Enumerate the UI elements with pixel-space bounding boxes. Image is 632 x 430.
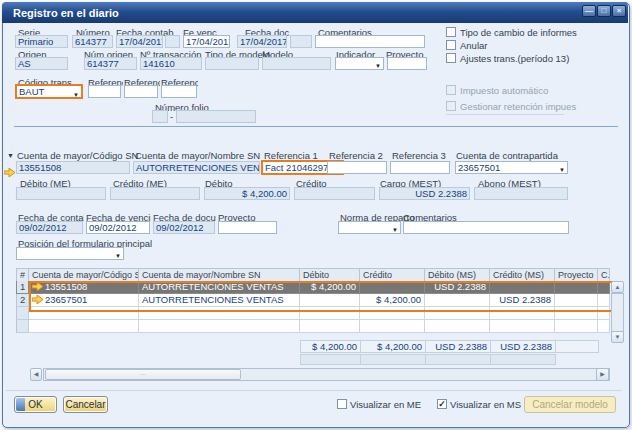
detail-referencia3-label: Referencia 3 [392,150,446,161]
scrollbar-thumb[interactable]: ··· [45,369,241,380]
dates-comentarios-field[interactable] [403,221,569,234]
numero-folio-prefix-field [152,110,168,123]
detail-contrapartida-label: Cuenta de contrapartida [456,150,558,161]
col-credito-ms[interactable]: Crédito (MS) [490,268,555,281]
trans-referencia1-field[interactable] [88,85,121,98]
default-button-indicator [16,398,25,411]
modelo-field [262,57,331,70]
abono-mest-field [474,187,568,200]
retencion-underline [446,114,564,115]
comentarios-field[interactable] [315,35,425,48]
close-icon[interactable]: × [612,5,626,17]
table-row-empty[interactable] [16,307,610,320]
norma-reparto-dropdown[interactable]: ▼ [338,221,401,234]
fecha-contabilizacion-field: 09/02/2012 [16,221,83,234]
proyecto-field[interactable] [387,57,427,70]
detail-cuenta-codigo-label: Cuenta de mayor/Código SN [17,150,138,161]
anular-label: Anular [460,40,487,51]
detail-referencia3-field[interactable] [390,161,450,174]
maximize-icon[interactable]: □ [597,5,611,17]
dropdown-arrow-icon[interactable]: ▼ [559,165,565,174]
scroll-left-icon[interactable]: ◀ [30,368,42,381]
total-debito-ms: USD 2.2388 [425,340,491,353]
section-divider [14,126,618,127]
dropdown-arrow-icon[interactable]: ▼ [375,61,381,70]
visualizar-me-checkbox[interactable] [337,399,347,409]
dropdown-arrow-icon[interactable]: ▼ [392,225,398,234]
dates-proyecto-field[interactable] [218,221,277,234]
subtotal-cell [300,354,361,365]
retencion-label: Gestionar retención impues [460,101,576,112]
link-arrow-icon[interactable] [32,295,43,307]
credito-field [294,187,375,200]
cargo-mest-field: USD 2.2388 [379,187,470,200]
tipo-cambio-checkbox[interactable] [446,27,456,37]
ok-button[interactable]: OK [14,396,57,413]
cancelar-modelo-button[interactable]: Cancelar modelo [524,396,616,413]
fecha-contab-period-field [165,35,180,48]
table-row-empty[interactable] [16,320,610,333]
detail-contrapartida-dropdown[interactable]: 23657501 ▼ [455,161,568,174]
origen-field: AS [15,57,68,70]
table-row[interactable]: 1 13551508 AUTORRETENCIONES VENTAS $ 4,2… [16,281,610,294]
subtotal-cell [360,354,426,365]
debito-field: $ 4,200.00 [204,187,290,200]
impuesto-automatico-checkbox [446,85,456,95]
visualizar-ms-label: Visualizar en MS [450,399,521,410]
fecha-vencimiento-field[interactable]: 09/02/2012 [86,221,150,234]
numero-field: 614377 [72,35,113,48]
col-proyecto[interactable]: Proyecto [555,268,598,281]
num-origen-field: 614377 [84,57,137,70]
link-arrow-icon[interactable] [4,163,15,181]
subtotal-cell [425,354,491,365]
col-credito[interactable]: Crédito [360,268,425,281]
journal-lines-table: # Cuenta de mayor/Código SN Cuenta de ma… [16,268,610,333]
ajustes-checkbox[interactable] [446,53,456,63]
cancel-button[interactable]: Cancelar [63,396,108,413]
col-c[interactable]: C... [598,268,610,281]
total-debito: $ 4,200.00 [300,340,361,353]
retencion-checkbox [446,101,456,111]
fecha-doc-period-field [290,35,312,48]
indicador-dropdown[interactable]: ▼ [335,57,384,70]
subtotal-cell [490,354,556,365]
codigo-trans-dropdown[interactable]: BAUT ▼ [15,84,83,99]
scroll-up-icon[interactable]: ▲ [611,281,624,293]
dropdown-arrow-icon[interactable]: ▼ [73,90,79,99]
total-proyecto-cell [555,340,599,353]
numero-folio-field [176,110,256,123]
fe-venc-field[interactable]: 17/04/2017 [183,35,230,48]
col-num[interactable]: # [16,268,29,281]
anular-checkbox[interactable] [446,40,456,50]
col-codigo[interactable]: Cuenta de mayor/Código SN [29,268,139,281]
col-nombre[interactable]: Cuenta de mayor/Nombre SN [139,268,300,281]
dropdown-arrow-icon[interactable]: ▼ [115,251,121,260]
trans-referencia2-field[interactable] [124,85,158,98]
scroll-right-icon[interactable]: ▶ [596,368,609,381]
posicion-dropdown[interactable]: ▼ [16,247,124,260]
detail-cuenta-nombre-label: Cuenta de mayor/Nombre SN [135,150,260,161]
fecha-documento-field: 09/02/2012 [153,221,215,234]
visualizar-ms-checkbox[interactable]: ✓ [437,399,447,409]
visualizar-me-label: Visualizar en ME [350,399,421,410]
vertical-scrollbar[interactable] [611,293,624,332]
window-title: Registro en el diario [13,7,119,19]
detail-cuenta-nombre-field: AUTORRETENCIONES VENTAS [133,161,260,174]
table-row[interactable]: 2 23657501 AUTORRETENCIONES VENTAS $ 4,2… [16,294,610,307]
numero-folio-separator: - [170,111,173,122]
debito-me-field [16,187,106,200]
expand-icon[interactable]: ▼ [7,152,14,159]
titlebar[interactable]: Registro en el diario [2,2,628,23]
col-debito-ms[interactable]: Débito (MS) [425,268,490,281]
total-credito-ms: USD 2.2388 [490,340,556,353]
detail-referencia2-field[interactable] [327,161,387,174]
credito-me-field [110,187,200,200]
scroll-down-icon[interactable]: ▼ [611,331,624,343]
serie-field: Primario [15,35,68,48]
tipo-modelo-field [205,57,259,70]
minimize-icon[interactable]: — [582,5,596,17]
col-debito[interactable]: Débito [300,268,360,281]
tipo-cambio-label: Tipo de cambio de informes [460,27,577,38]
link-arrow-icon[interactable] [32,282,43,294]
trans-referencia3-field[interactable] [161,85,197,98]
